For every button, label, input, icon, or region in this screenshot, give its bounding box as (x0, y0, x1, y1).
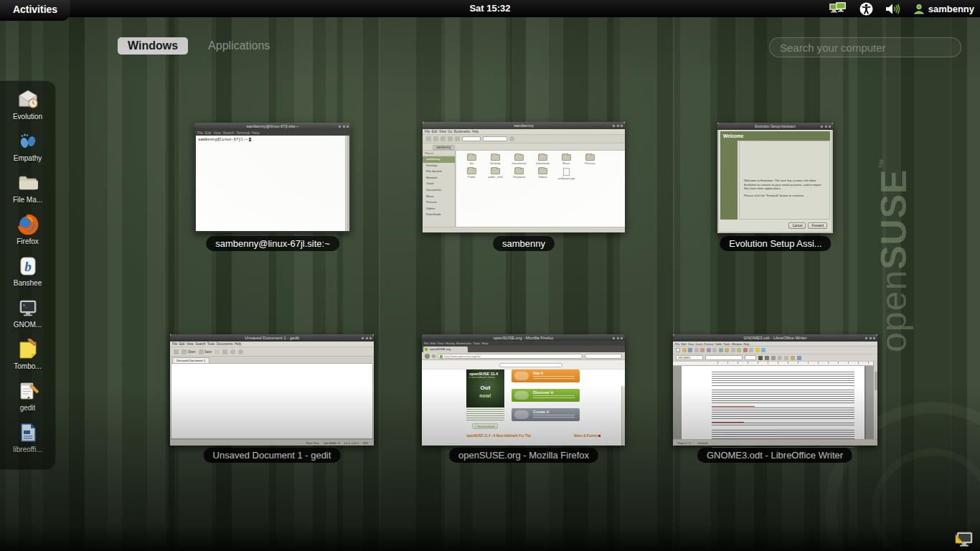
empathy-icon (17, 130, 39, 153)
tab-windows[interactable]: Windows (118, 37, 188, 55)
files-place[interactable]: Trash (423, 181, 455, 187)
news-events-link[interactable]: News & Events (574, 434, 600, 438)
files-location-button[interactable]: sambenny (433, 145, 455, 150)
top-bar: Activities Sat 15:32 (0, 0, 980, 17)
folder-item[interactable]: Downloads (532, 154, 554, 165)
files-place[interactable]: Desktop (423, 163, 455, 169)
volume-icon[interactable] (885, 3, 901, 15)
status-area: sambenny (829, 0, 974, 17)
dock-label: GNOM... (14, 321, 42, 329)
window-thumbnail-evolution[interactable]: Evolution Setup Assistant Welcome Welcom… (717, 123, 833, 233)
files-place[interactable]: Music (423, 194, 455, 200)
save-button[interactable]: Save (204, 350, 212, 354)
network-icon[interactable] (829, 1, 847, 16)
search-input[interactable] (769, 37, 961, 57)
font-size-combo[interactable] (745, 355, 756, 360)
username-label: sambenny (928, 4, 974, 14)
search-box (769, 37, 961, 57)
folder-item[interactable]: bin (461, 154, 483, 165)
font-combo[interactable] (705, 355, 743, 360)
dock-item-banshee[interactable]: b Banshee (3, 255, 53, 296)
files-place[interactable]: sambenny (423, 156, 455, 163)
folder-item[interactable]: Desktop (484, 154, 507, 165)
folder-item[interactable]: Public (461, 168, 483, 180)
window-thumbnail-writer[interactable]: GNOME3.odt - LibreOffice Writer File Edi… (673, 334, 877, 446)
window-thumbnail-gedit[interactable]: Unsaved Document 1 - gedit File Edit Vie… (170, 334, 374, 446)
folder-item[interactable]: Pictures (579, 154, 601, 165)
firefox-tab[interactable]: openSUSE.org (423, 347, 468, 352)
files-place[interactable]: Downloads (423, 212, 455, 218)
tab-applications[interactable]: Applications (198, 37, 280, 55)
writer-status-style: Default (698, 441, 707, 445)
folder-icon (17, 171, 39, 194)
user-icon (913, 4, 925, 14)
files-menubar: File Edit View Go Bookmarks Help (423, 129, 625, 135)
open-button[interactable]: Open (188, 350, 196, 354)
folder-item[interactable]: Documents (508, 154, 530, 165)
firefox-tab-strip: openSUSE.org (422, 346, 625, 352)
files-place[interactable]: Pictures (423, 199, 455, 206)
user-menu[interactable]: sambenny (913, 4, 974, 14)
back-button[interactable] (425, 354, 430, 359)
dock-item-gedit[interactable]: gedit (3, 380, 53, 421)
forward-button[interactable] (432, 354, 435, 358)
gedit-tab-strip: Unsaved Document 1 (170, 357, 374, 363)
dock-label: gedit (20, 404, 36, 412)
window-titlebar: sambenny@linux-67jl.site:~ (194, 123, 351, 130)
files-place[interactable]: Videos (423, 206, 455, 212)
discover-it-banner[interactable]: Discover it (512, 389, 580, 402)
get-it-banner[interactable]: Get it (512, 369, 580, 382)
window-controls (821, 126, 831, 128)
files-place[interactable]: File System (423, 169, 455, 175)
accessibility-icon[interactable] (859, 2, 873, 16)
news-headline-link[interactable]: openSUSE 11.4 - A New Hallmark For The (466, 434, 531, 438)
display-settings-tray-icon[interactable] (954, 531, 973, 550)
window-thumbnail-firefox[interactable]: openSUSE.org - Mozilla Firefox File Edit… (422, 334, 625, 446)
overview-view-tabs: Windows Applications (118, 37, 280, 55)
folder-item[interactable]: Videos (532, 168, 554, 180)
opensuse-promo-box[interactable]: openSUSE 11.4 a new hallmark release Out… (466, 369, 504, 408)
cancel-button[interactable]: Cancel (788, 222, 806, 229)
evolution-content: Welcome to Evolution. The next few scree… (739, 141, 830, 220)
dock-item-empathy[interactable]: Empathy (3, 130, 53, 171)
writer-page (682, 366, 864, 439)
dock-item-libreoffice[interactable]: libreoffi... (3, 421, 53, 463)
evolution-sidebar (720, 141, 738, 220)
dock-item-gnome-terminal[interactable]: >_ GNOM... (3, 296, 53, 338)
favicon (440, 355, 443, 358)
create-it-banner[interactable]: Create it (512, 408, 580, 421)
gedit-document-tab[interactable]: Unsaved Document 1 (172, 357, 209, 363)
dock-item-firefox[interactable]: Firefox (3, 213, 53, 255)
files-place[interactable]: Network (423, 175, 455, 182)
feed-icon (598, 435, 600, 437)
folder-item[interactable]: Music (555, 154, 578, 165)
folder-item[interactable]: public_html (484, 168, 507, 180)
window-thumbnail-terminal[interactable]: sambenny@linux-67jl.site:~ File Edit Vie… (194, 123, 351, 232)
favicon (425, 348, 428, 351)
firefox-search-field[interactable] (585, 354, 622, 359)
file-item[interactable]: wallpaper.jpg (555, 168, 578, 180)
window-controls (613, 337, 623, 339)
banner-icon (514, 410, 529, 419)
files-place[interactable]: Documents (423, 187, 455, 194)
evolution-icon (17, 88, 39, 111)
url-field[interactable]: http://www.opensuse.org/en/ (438, 354, 583, 359)
gedit-menubar: File Edit View Search Tools Documents He… (170, 342, 374, 347)
dock-item-file-manager[interactable]: File Ma... (3, 171, 53, 213)
dock-item-evolution[interactable]: Evolution (3, 88, 53, 130)
window-thumbnail-file-manager[interactable]: sambenny File Edit View Go Bookmarks Hel… (423, 122, 625, 232)
hyperlink-line (725, 434, 775, 435)
screenshots-link[interactable]: + Screenshots (472, 423, 498, 429)
files-location-bar: sambenny (423, 143, 625, 151)
gedit-status-tabwidth: Tab Width: 8 (323, 441, 339, 445)
firefox-menubar: File Edit View History Bookmarks Tools H… (422, 341, 625, 346)
style-combo[interactable]: GNOME3 (676, 355, 703, 360)
folder-item[interactable]: Templates (508, 168, 530, 180)
evolution-button-row: Cancel Forward (720, 220, 830, 230)
dock-item-tomboy[interactable]: Tombo... (3, 338, 53, 380)
forward-button[interactable]: Forward (808, 222, 827, 229)
page-search-field[interactable] (499, 363, 562, 367)
gedit-toolbar: Open Save (170, 347, 374, 357)
window-label-evolution: Evolution Setup Assi... (720, 236, 831, 251)
writer-text-lines (712, 372, 854, 449)
